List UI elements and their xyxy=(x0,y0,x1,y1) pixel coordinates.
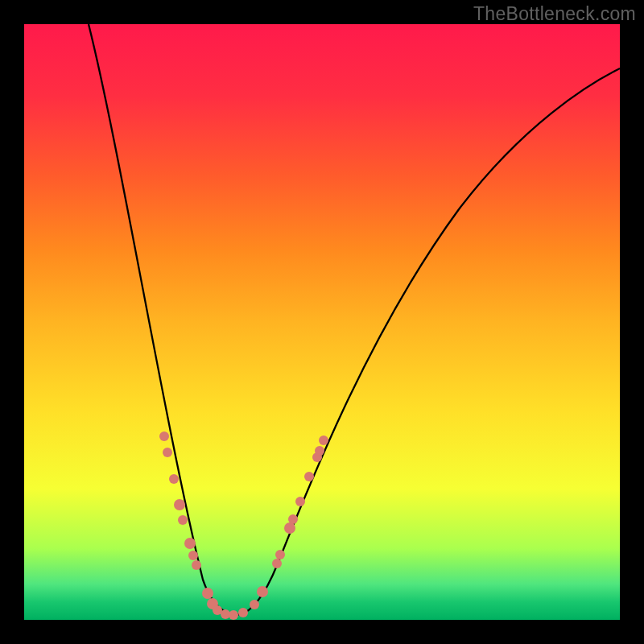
bottleneck-curve xyxy=(89,24,620,614)
data-point xyxy=(169,474,179,484)
data-point xyxy=(184,538,196,549)
data-point xyxy=(178,515,188,525)
plot-area xyxy=(24,24,620,620)
data-point xyxy=(284,522,295,534)
data-point xyxy=(304,472,314,481)
data-point xyxy=(229,610,238,620)
data-point xyxy=(272,559,282,568)
data-point xyxy=(257,586,268,597)
data-point xyxy=(319,436,328,445)
chart-container: TheBottleneck.com xyxy=(0,0,644,644)
data-point xyxy=(238,608,248,617)
data-markers xyxy=(159,431,328,620)
data-point xyxy=(288,514,298,524)
data-point xyxy=(163,448,172,457)
data-point xyxy=(174,499,185,510)
watermark-text: TheBottleneck.com xyxy=(473,3,636,25)
data-point xyxy=(250,600,259,609)
data-point xyxy=(315,446,324,456)
data-point xyxy=(159,431,169,441)
data-point xyxy=(295,497,305,506)
data-point xyxy=(188,551,198,560)
curve-layer xyxy=(24,24,620,620)
data-point xyxy=(275,550,285,559)
data-point xyxy=(192,560,201,570)
data-point xyxy=(202,588,213,599)
